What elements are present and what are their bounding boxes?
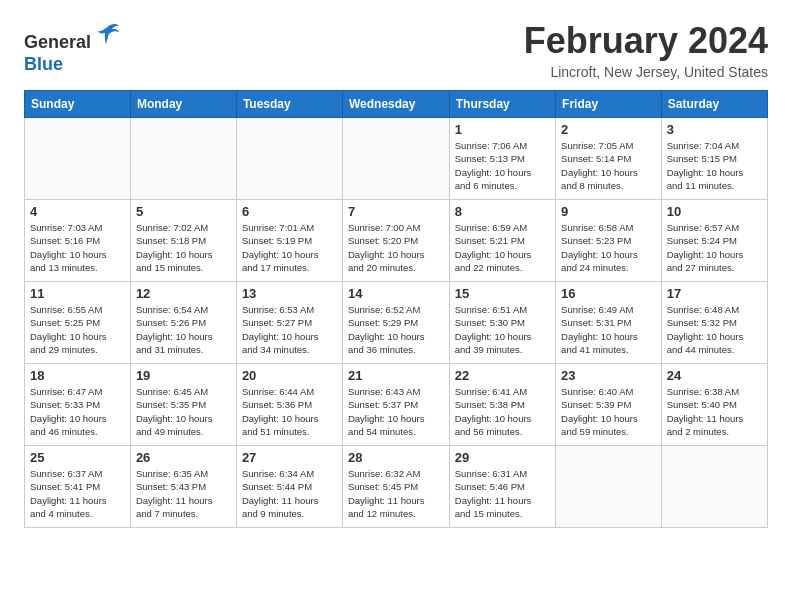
day-number: 20 (242, 368, 337, 383)
day-number: 10 (667, 204, 762, 219)
calendar-cell: 2Sunrise: 7:05 AMSunset: 5:14 PMDaylight… (556, 118, 662, 200)
calendar-cell: 18Sunrise: 6:47 AMSunset: 5:33 PMDayligh… (25, 364, 131, 446)
day-info: Sunrise: 6:51 AMSunset: 5:30 PMDaylight:… (455, 303, 550, 356)
day-info: Sunrise: 7:06 AMSunset: 5:13 PMDaylight:… (455, 139, 550, 192)
calendar-cell (130, 118, 236, 200)
location-title: Lincroft, New Jersey, United States (524, 64, 768, 80)
day-header-monday: Monday (130, 91, 236, 118)
day-info: Sunrise: 6:52 AMSunset: 5:29 PMDaylight:… (348, 303, 444, 356)
day-number: 28 (348, 450, 444, 465)
day-number: 26 (136, 450, 231, 465)
calendar-cell: 27Sunrise: 6:34 AMSunset: 5:44 PMDayligh… (236, 446, 342, 528)
day-info: Sunrise: 7:03 AMSunset: 5:16 PMDaylight:… (30, 221, 125, 274)
calendar-cell: 1Sunrise: 7:06 AMSunset: 5:13 PMDaylight… (449, 118, 555, 200)
day-info: Sunrise: 6:41 AMSunset: 5:38 PMDaylight:… (455, 385, 550, 438)
title-block: February 2024 Lincroft, New Jersey, Unit… (524, 20, 768, 80)
calendar-week-1: 4Sunrise: 7:03 AMSunset: 5:16 PMDaylight… (25, 200, 768, 282)
calendar-cell: 19Sunrise: 6:45 AMSunset: 5:35 PMDayligh… (130, 364, 236, 446)
day-info: Sunrise: 6:38 AMSunset: 5:40 PMDaylight:… (667, 385, 762, 438)
day-number: 13 (242, 286, 337, 301)
day-number: 11 (30, 286, 125, 301)
day-number: 5 (136, 204, 231, 219)
logo-bird-icon (93, 20, 121, 48)
day-info: Sunrise: 6:37 AMSunset: 5:41 PMDaylight:… (30, 467, 125, 520)
day-header-sunday: Sunday (25, 91, 131, 118)
calendar-week-3: 18Sunrise: 6:47 AMSunset: 5:33 PMDayligh… (25, 364, 768, 446)
day-info: Sunrise: 7:02 AMSunset: 5:18 PMDaylight:… (136, 221, 231, 274)
calendar-cell (661, 446, 767, 528)
calendar-week-4: 25Sunrise: 6:37 AMSunset: 5:41 PMDayligh… (25, 446, 768, 528)
calendar-cell: 28Sunrise: 6:32 AMSunset: 5:45 PMDayligh… (342, 446, 449, 528)
calendar-cell: 9Sunrise: 6:58 AMSunset: 5:23 PMDaylight… (556, 200, 662, 282)
day-number: 2 (561, 122, 656, 137)
calendar-cell: 8Sunrise: 6:59 AMSunset: 5:21 PMDaylight… (449, 200, 555, 282)
logo-blue: Blue (24, 54, 63, 74)
day-number: 1 (455, 122, 550, 137)
calendar-cell: 10Sunrise: 6:57 AMSunset: 5:24 PMDayligh… (661, 200, 767, 282)
day-info: Sunrise: 7:01 AMSunset: 5:19 PMDaylight:… (242, 221, 337, 274)
day-number: 7 (348, 204, 444, 219)
day-number: 24 (667, 368, 762, 383)
day-number: 29 (455, 450, 550, 465)
calendar-cell: 23Sunrise: 6:40 AMSunset: 5:39 PMDayligh… (556, 364, 662, 446)
day-info: Sunrise: 6:32 AMSunset: 5:45 PMDaylight:… (348, 467, 444, 520)
day-info: Sunrise: 6:54 AMSunset: 5:26 PMDaylight:… (136, 303, 231, 356)
calendar-cell: 25Sunrise: 6:37 AMSunset: 5:41 PMDayligh… (25, 446, 131, 528)
day-info: Sunrise: 6:48 AMSunset: 5:32 PMDaylight:… (667, 303, 762, 356)
day-number: 3 (667, 122, 762, 137)
logo-general: General (24, 32, 91, 52)
day-info: Sunrise: 6:59 AMSunset: 5:21 PMDaylight:… (455, 221, 550, 274)
day-number: 8 (455, 204, 550, 219)
day-number: 12 (136, 286, 231, 301)
calendar: SundayMondayTuesdayWednesdayThursdayFrid… (24, 90, 768, 528)
day-info: Sunrise: 7:00 AMSunset: 5:20 PMDaylight:… (348, 221, 444, 274)
calendar-cell: 5Sunrise: 7:02 AMSunset: 5:18 PMDaylight… (130, 200, 236, 282)
day-info: Sunrise: 6:34 AMSunset: 5:44 PMDaylight:… (242, 467, 337, 520)
calendar-cell: 13Sunrise: 6:53 AMSunset: 5:27 PMDayligh… (236, 282, 342, 364)
calendar-cell: 3Sunrise: 7:04 AMSunset: 5:15 PMDaylight… (661, 118, 767, 200)
calendar-cell (342, 118, 449, 200)
day-info: Sunrise: 6:31 AMSunset: 5:46 PMDaylight:… (455, 467, 550, 520)
calendar-cell: 4Sunrise: 7:03 AMSunset: 5:16 PMDaylight… (25, 200, 131, 282)
calendar-cell: 29Sunrise: 6:31 AMSunset: 5:46 PMDayligh… (449, 446, 555, 528)
calendar-cell: 7Sunrise: 7:00 AMSunset: 5:20 PMDaylight… (342, 200, 449, 282)
calendar-cell (556, 446, 662, 528)
calendar-cell: 22Sunrise: 6:41 AMSunset: 5:38 PMDayligh… (449, 364, 555, 446)
day-number: 6 (242, 204, 337, 219)
day-info: Sunrise: 6:55 AMSunset: 5:25 PMDaylight:… (30, 303, 125, 356)
day-number: 16 (561, 286, 656, 301)
day-header-tuesday: Tuesday (236, 91, 342, 118)
day-number: 18 (30, 368, 125, 383)
calendar-cell: 17Sunrise: 6:48 AMSunset: 5:32 PMDayligh… (661, 282, 767, 364)
day-number: 4 (30, 204, 125, 219)
logo: General Blue (24, 20, 121, 75)
day-info: Sunrise: 6:49 AMSunset: 5:31 PMDaylight:… (561, 303, 656, 356)
day-number: 27 (242, 450, 337, 465)
calendar-cell (25, 118, 131, 200)
day-number: 19 (136, 368, 231, 383)
day-number: 21 (348, 368, 444, 383)
day-info: Sunrise: 6:35 AMSunset: 5:43 PMDaylight:… (136, 467, 231, 520)
day-header-saturday: Saturday (661, 91, 767, 118)
day-number: 25 (30, 450, 125, 465)
calendar-cell: 16Sunrise: 6:49 AMSunset: 5:31 PMDayligh… (556, 282, 662, 364)
calendar-cell: 6Sunrise: 7:01 AMSunset: 5:19 PMDaylight… (236, 200, 342, 282)
day-header-friday: Friday (556, 91, 662, 118)
day-info: Sunrise: 6:43 AMSunset: 5:37 PMDaylight:… (348, 385, 444, 438)
month-title: February 2024 (524, 20, 768, 62)
calendar-cell: 26Sunrise: 6:35 AMSunset: 5:43 PMDayligh… (130, 446, 236, 528)
day-info: Sunrise: 6:44 AMSunset: 5:36 PMDaylight:… (242, 385, 337, 438)
calendar-header-row: SundayMondayTuesdayWednesdayThursdayFrid… (25, 91, 768, 118)
header: General Blue February 2024 Lincroft, New… (24, 20, 768, 80)
day-info: Sunrise: 6:45 AMSunset: 5:35 PMDaylight:… (136, 385, 231, 438)
day-number: 9 (561, 204, 656, 219)
calendar-cell: 21Sunrise: 6:43 AMSunset: 5:37 PMDayligh… (342, 364, 449, 446)
day-info: Sunrise: 6:47 AMSunset: 5:33 PMDaylight:… (30, 385, 125, 438)
day-number: 14 (348, 286, 444, 301)
day-header-thursday: Thursday (449, 91, 555, 118)
calendar-cell: 11Sunrise: 6:55 AMSunset: 5:25 PMDayligh… (25, 282, 131, 364)
calendar-cell: 15Sunrise: 6:51 AMSunset: 5:30 PMDayligh… (449, 282, 555, 364)
day-info: Sunrise: 6:57 AMSunset: 5:24 PMDaylight:… (667, 221, 762, 274)
day-number: 22 (455, 368, 550, 383)
day-info: Sunrise: 7:05 AMSunset: 5:14 PMDaylight:… (561, 139, 656, 192)
